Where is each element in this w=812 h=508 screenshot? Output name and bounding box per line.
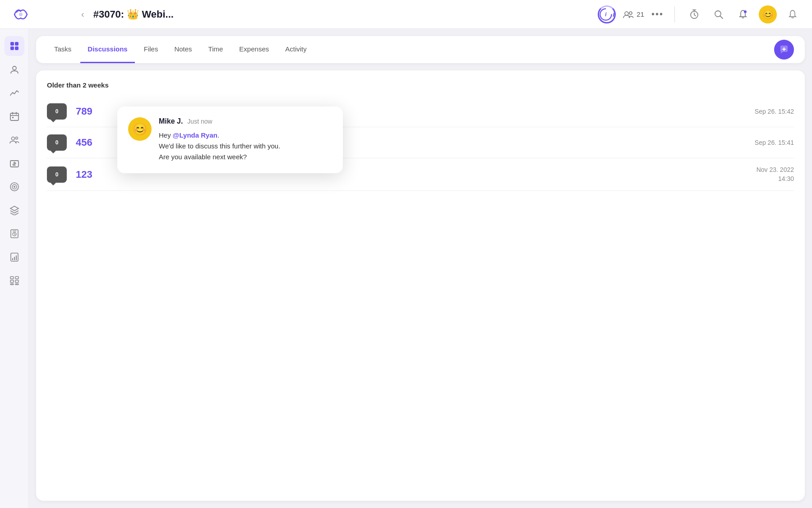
sidebar [0, 29, 29, 508]
svg-rect-24 [12, 258, 13, 260]
sidebar-item-chart[interactable] [5, 83, 24, 103]
discussion-date-123: Nov 23. 202214:30 [757, 166, 794, 183]
sidebar-item-grid[interactable] [5, 36, 24, 56]
svg-rect-10 [10, 46, 14, 50]
svg-rect-31 [10, 284, 14, 285]
svg-rect-9 [15, 42, 18, 46]
popup-text-line3: Are you available next week? [159, 153, 247, 161]
alert-button[interactable] [784, 6, 801, 23]
tab-activity[interactable]: Activity [278, 36, 314, 63]
tabs: Tasks Discussions Files Notes Time Expen… [47, 36, 774, 63]
svg-point-15 [11, 137, 14, 140]
sidebar-item-grid2[interactable] [5, 271, 24, 291]
members-count: 21 [637, 10, 644, 18]
tab-panel: Tasks Discussions Files Notes Time Expen… [36, 36, 805, 63]
popup-content: Mike J. Just now Hey @Lynda Ryan. We'd l… [159, 117, 332, 162]
svg-point-7 [744, 10, 747, 13]
comment-badge-123: 0 [47, 166, 67, 183]
popup-text-period: . [217, 131, 219, 139]
new-discussion-button[interactable] [774, 40, 794, 60]
sidebar-item-user[interactable] [5, 60, 24, 79]
svg-rect-13 [10, 113, 18, 120]
section-label: Older than 2 weeks [47, 81, 794, 89]
info-button[interactable]: i [598, 5, 616, 23]
popup-body: Hey @Lynda Ryan. We'd like to discuss th… [159, 130, 332, 162]
tab-discussions[interactable]: Discussions [80, 36, 134, 63]
tab-tasks[interactable]: Tasks [47, 36, 78, 63]
user-avatar[interactable]: 😊 [759, 5, 777, 23]
svg-rect-14 [12, 117, 14, 118]
svg-point-16 [15, 137, 18, 139]
svg-point-12 [13, 66, 16, 70]
sidebar-item-timesheet[interactable] [5, 224, 24, 244]
svg-point-20 [14, 186, 15, 188]
popup-author: Mike J. [159, 117, 183, 125]
tab-expenses[interactable]: Expenses [232, 36, 276, 63]
popup-avatar: 😊 [128, 117, 152, 141]
comment-count-789: 0 [55, 108, 59, 115]
sidebar-item-billing[interactable] [5, 153, 24, 173]
svg-rect-25 [14, 257, 15, 260]
popup-mention[interactable]: @Lynda Ryan [173, 131, 217, 139]
top-bar: ‹ #3070: 👑 Webi... i 21 ••• [0, 0, 812, 29]
svg-point-3 [625, 12, 628, 15]
more-button[interactable]: ••• [651, 9, 664, 19]
svg-text:i: i [605, 11, 607, 18]
svg-rect-29 [10, 280, 14, 282]
discussion-date-456: Sep 26. 15:41 [755, 139, 794, 146]
sidebar-item-calendar[interactable] [5, 106, 24, 126]
notifications-bell-button[interactable] [734, 6, 752, 23]
svg-point-0 [19, 13, 23, 16]
main-layout: Tasks Discussions Files Notes Time Expen… [0, 29, 812, 508]
svg-rect-30 [15, 280, 18, 282]
popup-time: Just now [187, 118, 212, 125]
popup-header: Mike J. Just now [159, 117, 332, 125]
tab-time[interactable]: Time [201, 36, 231, 63]
comment-badge-789: 0 [47, 103, 67, 120]
content-area: Tasks Discussions Files Notes Time Expen… [29, 29, 812, 508]
timer-button[interactable] [686, 6, 703, 23]
popup-text-line1: Hey [159, 131, 173, 139]
sidebar-item-target[interactable] [5, 177, 24, 197]
tab-files[interactable]: Files [137, 36, 166, 63]
svg-rect-11 [15, 46, 18, 50]
svg-rect-32 [15, 284, 18, 285]
svg-point-4 [629, 12, 632, 14]
comment-count-456: 0 [55, 139, 59, 146]
avatar-emoji: 😊 [762, 9, 774, 20]
popup-text-line2: We'd like to discuss this further with y… [159, 142, 280, 150]
header-divider [674, 6, 675, 23]
sidebar-item-layers[interactable] [5, 200, 24, 220]
popup-card: 😊 Mike J. Just now Hey @Lynda Ryan. We'd… [117, 106, 343, 173]
sidebar-item-report[interactable] [5, 247, 24, 267]
tab-notes[interactable]: Notes [167, 36, 199, 63]
sidebar-item-team[interactable] [5, 130, 24, 150]
app-logo [11, 5, 31, 24]
comment-badge-456: 0 [47, 134, 67, 151]
svg-rect-8 [10, 42, 14, 46]
comment-count-123: 0 [55, 171, 59, 178]
info-circle-icon: i [599, 5, 613, 23]
back-button[interactable]: ‹ [81, 9, 84, 19]
members-badge[interactable]: 21 [623, 10, 644, 18]
header-actions: i 21 ••• [598, 5, 801, 23]
svg-rect-27 [10, 277, 14, 279]
logo-area [11, 5, 74, 24]
page-title: #3070: 👑 Webi... [93, 9, 591, 20]
members-icon [623, 10, 634, 18]
svg-rect-28 [15, 277, 18, 279]
discussion-list: Older than 2 weeks 0 789 Sep 26. 15:42 0… [36, 70, 805, 501]
svg-rect-26 [16, 255, 17, 260]
discussion-date-789: Sep 26. 15:42 [755, 108, 794, 115]
search-button[interactable] [710, 6, 727, 23]
